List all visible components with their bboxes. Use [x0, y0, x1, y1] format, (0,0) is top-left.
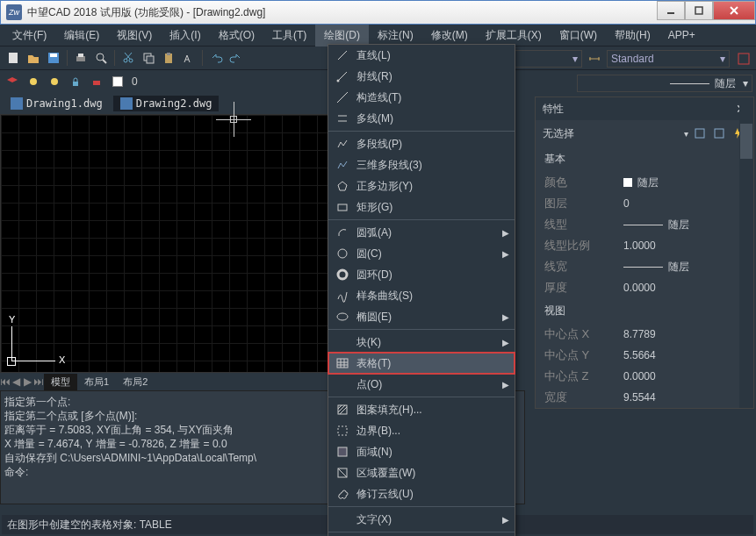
menu-item-wipeout[interactable]: 区域覆盖(W) [328, 462, 515, 483]
menu-item-hatch[interactable]: 图案填充(H)... [328, 399, 515, 420]
menu-item-block[interactable]: 块(K)▶ [328, 332, 515, 353]
close-button[interactable] [713, 1, 755, 20]
drawing-canvas[interactable]: Y X [0, 114, 329, 373]
menu-3[interactable]: 插入(I) [161, 25, 209, 46]
dimstyle-dropdown[interactable]: Standard▾ [607, 50, 730, 68]
undo-icon[interactable] [206, 48, 226, 68]
menu-item-xline[interactable]: 构造线(T) [328, 87, 515, 108]
property-row[interactable]: 中心点 Z0.0000 [536, 366, 753, 387]
section-header[interactable]: 视图▾ [536, 298, 753, 324]
layout-tab[interactable]: 布局1 [77, 374, 116, 390]
layer-plot-icon[interactable] [88, 73, 105, 90]
status-text: 在图形中创建空的表格对象: TABLE [7, 518, 172, 532]
menu-item-revcloud[interactable]: 修订云线(U) [328, 483, 515, 504]
quickselect-icon[interactable] [692, 125, 708, 141]
property-row[interactable]: 宽度9.5544 [536, 387, 753, 408]
menu-item-ray[interactable]: 射线(R) [328, 66, 515, 87]
menu-1[interactable]: 编辑(E) [55, 25, 108, 46]
menu-item-3dpoly[interactable]: 三维多段线(3) [328, 154, 515, 175]
svg-point-9 [97, 54, 104, 61]
match-icon[interactable] [179, 48, 198, 68]
layer-color-swatch[interactable] [112, 76, 123, 87]
spline-icon [334, 287, 351, 304]
save-icon[interactable] [44, 48, 63, 68]
property-row[interactable]: 厚度0.0000 [536, 277, 753, 298]
svg-line-24 [338, 51, 347, 60]
print-icon[interactable] [71, 48, 90, 68]
layout-nav[interactable]: ▶ [22, 375, 33, 388]
menu-8[interactable]: 修改(M) [422, 25, 477, 46]
linetype-dropdown[interactable]: 随层 [577, 75, 752, 92]
menu-0[interactable]: 文件(F) [4, 25, 55, 46]
block-icon [334, 333, 351, 351]
menu-item-mline[interactable]: 多线(M) [328, 108, 515, 129]
cut-icon[interactable] [119, 48, 138, 68]
properties-scrollbar[interactable] [739, 97, 753, 408]
menu-item-circle[interactable]: 圆(C)▶ [328, 243, 515, 264]
svg-rect-43 [338, 426, 347, 435]
menu-10[interactable]: 窗口(W) [551, 25, 606, 46]
table-icon [334, 354, 351, 372]
menu-9[interactable]: 扩展工具(X) [477, 25, 551, 46]
layer-manager-icon[interactable] [4, 73, 21, 90]
doc-tab[interactable]: Drawing2.dwg [113, 96, 220, 111]
menu-12[interactable]: APP+ [659, 25, 704, 45]
layout-nav[interactable]: ⏭ [33, 375, 45, 388]
menu-item-text[interactable]: 文字(X)▶ [328, 509, 515, 530]
property-row[interactable]: 线型比例1.0000 [536, 235, 753, 256]
open-icon[interactable] [24, 48, 43, 68]
layer-name-dropdown[interactable]: 0 [126, 74, 143, 89]
doc-tab[interactable]: Drawing1.dwg [4, 96, 110, 111]
new-icon[interactable] [4, 48, 23, 68]
menu-4[interactable]: 格式(O) [210, 25, 263, 46]
property-row[interactable]: 中心点 X8.7789 [536, 324, 753, 345]
layer-freeze-icon[interactable] [46, 73, 63, 90]
menu-item-boundary[interactable]: 边界(B)... [328, 420, 515, 441]
svg-point-32 [338, 270, 347, 279]
3dpoly-icon [334, 156, 351, 174]
menu-2[interactable]: 视图(V) [108, 25, 161, 46]
svg-rect-18 [167, 53, 170, 55]
menu-6[interactable]: 绘图(D) [315, 25, 369, 46]
layer-on-icon[interactable] [25, 73, 42, 90]
svg-rect-4 [9, 53, 18, 63]
layer-lock-icon[interactable] [67, 73, 84, 90]
point-icon [334, 375, 351, 393]
property-row[interactable]: 颜色随层 [536, 172, 753, 193]
section-header[interactable]: 基本▾ [536, 147, 753, 172]
selection-dropdown[interactable]: 无选择 [543, 126, 680, 141]
menu-item-table[interactable]: 表格(T) [328, 353, 515, 374]
layout-nav[interactable]: ⏮ [0, 375, 11, 388]
layout-tab[interactable]: 布局2 [116, 374, 155, 390]
menu-item-pline[interactable]: 多段线(P) [328, 133, 515, 154]
rect-icon [334, 198, 351, 216]
menu-7[interactable]: 标注(N) [369, 25, 422, 46]
layout-tab[interactable]: 模型 [44, 374, 77, 390]
paste-icon[interactable] [159, 48, 178, 68]
svg-rect-47 [695, 129, 704, 138]
menu-item-ellipse[interactable]: 椭圆(E)▶ [328, 306, 515, 327]
menu-5[interactable]: 工具(T) [263, 25, 315, 46]
menu-item-polygon[interactable]: 正多边形(Y) [328, 175, 515, 197]
property-row[interactable]: 线型随层 [536, 214, 753, 235]
menu-item-point[interactable]: 点(O)▶ [328, 374, 515, 395]
maximize-button[interactable] [685, 1, 713, 20]
svg-line-40 [338, 405, 342, 409]
menu-item-spline[interactable]: 样条曲线(S) [328, 285, 515, 306]
menu-item-arc[interactable]: 圆弧(A)▶ [328, 222, 515, 243]
property-row[interactable]: 图层0 [536, 193, 753, 214]
menu-item-line[interactable]: 直线(L) [328, 45, 515, 66]
property-row[interactable]: 线宽随层 [536, 256, 753, 277]
redo-icon[interactable] [227, 48, 246, 68]
style-tool-icon[interactable] [735, 50, 752, 68]
preview-icon[interactable] [91, 48, 111, 68]
property-row[interactable]: 中心点 Y5.5664 [536, 345, 753, 366]
menu-11[interactable]: 帮助(H) [606, 25, 659, 46]
minimize-button[interactable] [657, 1, 685, 20]
menu-item-region[interactable]: 面域(N) [328, 441, 515, 462]
pickadd-icon[interactable] [711, 125, 727, 141]
menu-item-donut[interactable]: 圆环(D) [328, 264, 515, 285]
copy-icon[interactable] [139, 48, 158, 68]
layout-nav[interactable]: ◀ [11, 375, 23, 388]
menu-item-rect[interactable]: 矩形(G) [328, 197, 515, 218]
